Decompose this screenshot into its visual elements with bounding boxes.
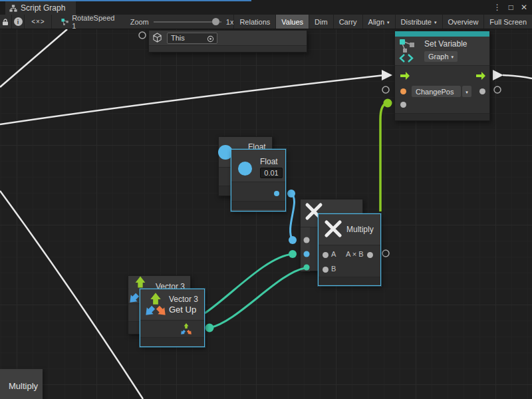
distribute-button[interactable]: Distribute▾ <box>395 15 442 29</box>
flow-wire[interactable] <box>0 29 67 87</box>
vector3-arrows-icon <box>143 291 170 319</box>
node-category-bar <box>395 31 489 37</box>
flow-wire[interactable] <box>0 191 143 399</box>
node-title: Float <box>260 157 278 166</box>
port-label-out: A × B <box>346 250 364 258</box>
window-close-icon[interactable]: ✕ <box>521 3 527 12</box>
input-value-port[interactable] <box>400 102 406 108</box>
breadcrumb-label: RotateSpeed 1 <box>72 14 116 30</box>
port-hollow[interactable] <box>494 86 501 93</box>
chevron-down-icon: ▾ <box>452 55 454 60</box>
float-value-wire[interactable] <box>291 194 295 240</box>
align-button[interactable]: Align▾ <box>362 15 395 29</box>
script-graph-window: Script Graph ⋮ □ ✕ i <×> <box>0 0 532 399</box>
info-icon: i <box>14 17 23 26</box>
wire-endpoint <box>289 250 297 258</box>
variable-kind-dropdown[interactable]: Graph ▾ <box>424 51 458 62</box>
inspect-button[interactable]: i <box>12 15 25 29</box>
wire-endpoint <box>287 190 295 198</box>
zoom-control: Zoom 1x <box>130 15 234 29</box>
wire-endpoint <box>205 324 214 332</box>
this-node[interactable]: This <box>148 30 307 53</box>
window-controls: ⋮ □ ✕ <box>493 0 527 15</box>
multiply-x-icon <box>324 219 342 238</box>
object-picker-icon[interactable] <box>207 35 214 43</box>
variable-name-dropdown[interactable]: ChangePos <box>412 86 461 97</box>
node-tooltip: Multiply <box>0 369 43 399</box>
zoom-slider[interactable] <box>154 21 221 23</box>
zoom-label: Zoom <box>130 18 149 26</box>
flow-in-arrow-icon[interactable] <box>400 71 410 80</box>
vector3-value-wire[interactable] <box>209 268 305 328</box>
node-title: Vector 3 <box>169 295 198 304</box>
zoom-slider-handle[interactable] <box>212 18 219 25</box>
lock-button[interactable] <box>0 15 12 29</box>
node-title: Set Variable <box>424 39 467 49</box>
graph-canvas[interactable]: Float Vector 3 <box>0 29 532 399</box>
port-hollow[interactable] <box>382 86 389 93</box>
multiply-node[interactable]: Multiply A A × B B <box>318 213 381 286</box>
carry-button[interactable]: Carry <box>333 15 362 29</box>
vector3-get-up-node[interactable]: Vector 3 Get Up <box>140 289 205 347</box>
preview-code-button[interactable]: <×> <box>25 15 52 29</box>
lock-icon <box>1 18 9 26</box>
node-title: Multiply <box>346 225 374 234</box>
tab-bar: Script Graph ⋮ □ ✕ <box>0 0 532 15</box>
window-menu-icon[interactable]: ⋮ <box>493 3 501 12</box>
flow-arrow <box>493 70 503 80</box>
set-variable-icon <box>399 39 416 63</box>
overview-button[interactable]: Overview <box>442 15 484 29</box>
chevron-down-icon: ▾ <box>387 20 390 25</box>
wire-endpoint <box>289 236 297 244</box>
chevron-down-icon: ▾ <box>434 20 437 25</box>
port-gutter <box>301 227 310 271</box>
output-port[interactable] <box>367 252 373 258</box>
window-maximize-icon[interactable]: □ <box>509 3 513 12</box>
vector3-value-wire[interactable] <box>205 254 293 313</box>
wire-endpoint <box>384 99 392 108</box>
port-label-a: A <box>331 250 336 258</box>
chevron-down-icon: ▾ <box>466 90 468 95</box>
input-a-port[interactable] <box>323 252 329 258</box>
tab-label: Script Graph <box>21 3 65 13</box>
flow-out-arrow-icon[interactable] <box>475 71 486 80</box>
input-b-port[interactable] <box>323 267 329 273</box>
view-buttons: Relations Values Dim Carry Align▾ Distri… <box>233 15 532 29</box>
zoom-value: 1x <box>226 18 234 26</box>
port-hollow[interactable] <box>139 32 146 39</box>
multiply-result-wire[interactable] <box>380 103 388 211</box>
graph-hierarchy-icon <box>9 4 17 13</box>
set-variable-node[interactable]: Set Variable Graph ▾ ChangePos ▾ <box>394 31 490 121</box>
float-node[interactable]: Float 0.01 <box>231 149 286 211</box>
flow-wire-into-set-variable[interactable] <box>0 75 384 124</box>
flow-wire-out-of-set-variable[interactable] <box>503 75 532 78</box>
float-icon <box>238 162 252 176</box>
graph-toolbar: i <×> RotateSpeed 1 Zoom 1x Relations Va… <box>0 15 532 29</box>
tab-script-graph[interactable]: Script Graph <box>5 1 76 15</box>
game-object-field[interactable]: This <box>167 33 217 44</box>
full-screen-button[interactable]: Full Screen <box>483 15 532 29</box>
values-button[interactable]: Values <box>275 15 309 29</box>
float-value-input[interactable]: 0.01 <box>260 168 283 178</box>
script-graph-asset-icon <box>61 18 68 26</box>
cube-icon <box>152 33 162 43</box>
vector3-output-icon[interactable] <box>179 322 194 336</box>
variable-name-port[interactable] <box>400 88 406 94</box>
relations-button[interactable]: Relations <box>233 15 275 29</box>
breadcrumb[interactable]: RotateSpeed 1 <box>61 15 115 29</box>
flow-arrow <box>382 70 392 80</box>
node-subtitle: Get Up <box>169 305 196 315</box>
output-value-port[interactable] <box>479 88 485 94</box>
port-hollow[interactable] <box>382 250 389 257</box>
float-output-port[interactable] <box>274 191 279 196</box>
code-icon: <×> <box>31 18 45 25</box>
dim-button[interactable]: Dim <box>309 15 333 29</box>
variable-name-caret-button[interactable]: ▾ <box>462 86 471 97</box>
port-label-b: B <box>331 265 336 273</box>
